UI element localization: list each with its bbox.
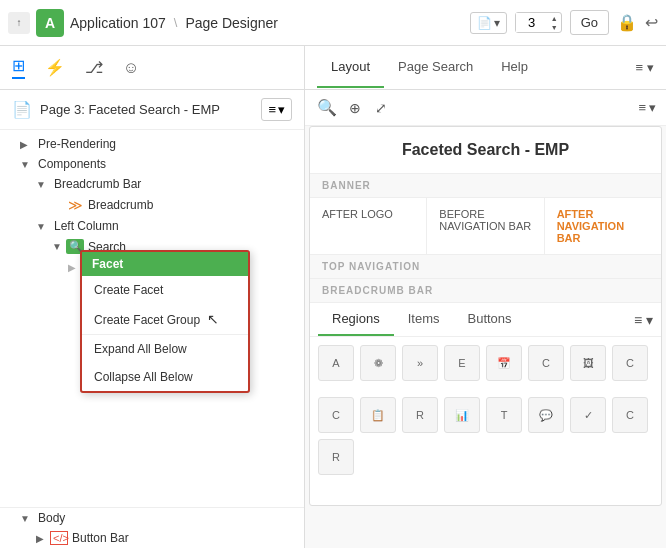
icon-cell-c1[interactable]: C <box>528 345 564 381</box>
tree-item-pre-rendering[interactable]: ▶ Pre-Rendering <box>0 134 304 154</box>
breadcrumb-bar-section: BREADCRUMB BAR <box>310 279 661 303</box>
undo-icon[interactable]: ↩ <box>645 13 658 32</box>
tree-bottom: ▼ Body ▶ </> Button Bar <box>0 507 304 548</box>
up-arrow-button[interactable]: ↑ <box>8 12 30 34</box>
hamburger-icon: ≡ <box>638 100 646 115</box>
main-layout: ⊞ ⚡ ⎇ ☺ 📄 Page 3: Faceted Search - EMP ≡… <box>0 46 666 548</box>
canvas-tabs-menu[interactable]: ≡ ▾ <box>634 312 653 328</box>
icon-cell-t[interactable]: T <box>486 397 522 433</box>
tree-item-components[interactable]: ▼ Components <box>0 154 304 174</box>
top-bar-right: 📄 ▾ ▲ ▼ Go 🔒 ↩ <box>470 10 658 35</box>
right-tabs: Layout Page Search Help ≡ ▾ <box>305 46 666 90</box>
flash-icon[interactable]: ⚡ <box>45 58 65 77</box>
canvas-tab-buttons[interactable]: Buttons <box>454 303 526 336</box>
page-canvas-title: Faceted Search - EMP <box>310 127 661 174</box>
breadcrumb-icon: ≫ <box>66 197 84 213</box>
create-facet-group-item[interactable]: Create Facet Group ↖ <box>82 304 248 335</box>
app-name-label: Application 107 <box>70 15 166 31</box>
expand-arrow[interactable]: ▼ <box>52 241 66 252</box>
chevron-down-icon: ▾ <box>649 100 656 115</box>
icon-cell-image[interactable]: 🖼 <box>570 345 606 381</box>
expand-arrow[interactable]: ▼ <box>36 179 50 190</box>
right-panel-menu[interactable]: ≡ ▾ <box>635 60 654 75</box>
icon-cell-c2[interactable]: C <box>612 345 648 381</box>
zoom-menu[interactable]: ≡ ▾ <box>638 100 656 115</box>
context-menu: Facet Create Facet Create Facet Group ↖ … <box>80 250 250 393</box>
tab-layout[interactable]: Layout <box>317 47 384 88</box>
regions-row: AFTER LOGO BEFORE NAVIGATION BAR AFTER N… <box>310 198 661 255</box>
icon-cell-flower[interactable]: ❁ <box>360 345 396 381</box>
page-icon: 📄 <box>12 100 32 119</box>
go-button[interactable]: Go <box>570 10 609 35</box>
icon-cell-r1[interactable]: R <box>402 397 438 433</box>
page-number-control[interactable]: ▲ ▼ <box>515 12 562 33</box>
tab-page-search[interactable]: Page Search <box>384 47 487 88</box>
expand-arrow[interactable]: ▶ <box>36 533 50 544</box>
canvas-tab-regions[interactable]: Regions <box>318 303 394 336</box>
page-title: Page 3: Faceted Search - EMP <box>40 102 253 117</box>
icon-cell-c3[interactable]: C <box>318 397 354 433</box>
expand-arrow[interactable]: ▶ <box>20 139 34 150</box>
lock-icon[interactable]: 🔒 <box>617 13 637 32</box>
create-facet-item[interactable]: Create Facet <box>82 276 248 304</box>
page-num-arrows[interactable]: ▲ ▼ <box>548 14 561 32</box>
page-num-down[interactable]: ▼ <box>548 23 561 32</box>
chevron-down-icon: ▾ <box>646 312 653 328</box>
tree-item-breadcrumb-bar[interactable]: ▼ Breadcrumb Bar <box>0 174 304 194</box>
icon-grid-row2: C 📋 R 📊 T 💬 ✓ C R <box>310 389 661 483</box>
left-toolbar: ⊞ ⚡ ⎇ ☺ <box>0 46 304 90</box>
app-icon: A <box>36 9 64 37</box>
icon-grid-row1: A ❁ » E 📅 C 🖼 C <box>310 337 661 389</box>
grid-icon[interactable]: ⊞ <box>12 56 25 79</box>
left-panel: ⊞ ⚡ ⎇ ☺ 📄 Page 3: Faceted Search - EMP ≡… <box>0 46 305 548</box>
icon-cell-arrow[interactable]: » <box>402 345 438 381</box>
tree-item-body[interactable]: ▼ Body <box>0 508 304 528</box>
page-num-up[interactable]: ▲ <box>548 14 561 23</box>
branch-icon[interactable]: ⎇ <box>85 58 103 77</box>
person-icon[interactable]: ☺ <box>123 59 139 77</box>
canvas-tabs-row: Regions Items Buttons ≡ ▾ <box>310 303 661 337</box>
tree: ▶ Pre-Rendering ▼ Components ▼ Breadcrum… <box>0 130 304 507</box>
page-menu-button[interactable]: ≡ ▾ <box>261 98 292 121</box>
icon-cell-check[interactable]: ✓ <box>570 397 606 433</box>
zoom-in-icon[interactable]: ⊕ <box>347 98 363 118</box>
tree-label: Breadcrumb Bar <box>54 177 141 191</box>
tree-item-left-column[interactable]: ▼ Left Column <box>0 216 304 236</box>
chevron-down-icon: ▾ <box>278 102 285 117</box>
collapse-all-below-item[interactable]: Collapse All Below <box>82 363 248 391</box>
icon-cell-a[interactable]: A <box>318 345 354 381</box>
tree-item-button-bar[interactable]: ▶ </> Button Bar <box>0 528 304 548</box>
banner-section: BANNER <box>310 174 661 198</box>
breadcrumb-sep: \ <box>174 15 178 30</box>
code-icon: </> <box>50 531 68 545</box>
expand-icon[interactable]: ⤢ <box>375 100 387 116</box>
right-panel: Layout Page Search Help ≡ ▾ 🔍 ⊕ ⤢ ≡ ▾ <box>305 46 666 548</box>
icon-cell-chat[interactable]: 💬 <box>528 397 564 433</box>
icon-cell-r2[interactable]: R <box>318 439 354 475</box>
expand-arrow[interactable]: ▼ <box>20 513 34 524</box>
expand-arrow[interactable]: ▼ <box>36 221 50 232</box>
tree-label: Body <box>38 511 65 525</box>
page-canvas: Faceted Search - EMP BANNER AFTER LOGO B… <box>309 126 662 506</box>
tree-item-breadcrumb[interactable]: ≫ Breadcrumb <box>0 194 304 216</box>
hamburger-icon: ≡ <box>634 312 642 328</box>
context-menu-header: Facet <box>82 252 248 276</box>
zoom-out-icon[interactable]: 🔍 <box>315 96 339 119</box>
tab-help[interactable]: Help <box>487 47 542 88</box>
expand-all-below-item[interactable]: Expand All Below <box>82 335 248 363</box>
icon-cell-clipboard[interactable]: 📋 <box>360 397 396 433</box>
icon-cell-calendar[interactable]: 📅 <box>486 345 522 381</box>
expand-arrow[interactable]: ▼ <box>20 159 34 170</box>
icon-cell-c4[interactable]: C <box>612 397 648 433</box>
icon-cell-chart[interactable]: 📊 <box>444 397 480 433</box>
top-bar: ↑ A Application 107 \ Page Designer 📄 ▾ … <box>0 0 666 46</box>
canvas-tab-items[interactable]: Items <box>394 303 454 336</box>
tree-label: Components <box>38 157 106 171</box>
after-logo-cell: AFTER LOGO <box>310 198 427 254</box>
file-button[interactable]: 📄 ▾ <box>470 12 507 34</box>
page-header: 📄 Page 3: Faceted Search - EMP ≡ ▾ <box>0 90 304 130</box>
page-designer-label: Page Designer <box>185 15 278 31</box>
icon-cell-e[interactable]: E <box>444 345 480 381</box>
zoom-bar: 🔍 ⊕ ⤢ ≡ ▾ <box>305 90 666 126</box>
page-number-input[interactable] <box>516 13 548 32</box>
